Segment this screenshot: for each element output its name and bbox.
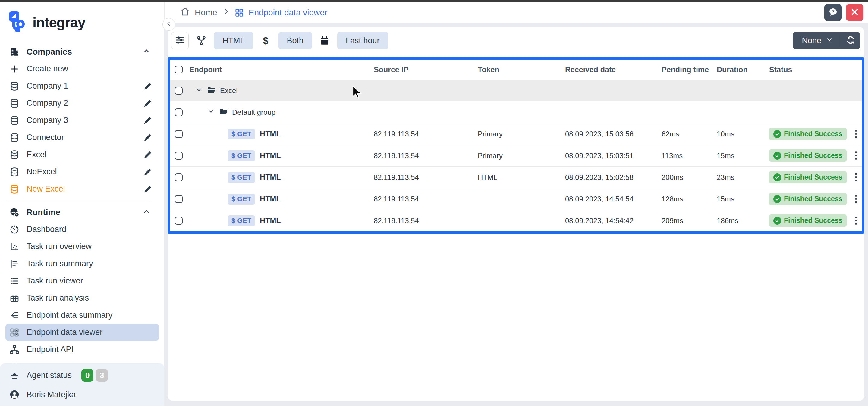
method-badge: $ GET bbox=[228, 194, 255, 204]
sidebar-item-company-3[interactable]: Company 3 bbox=[0, 112, 164, 129]
endpoint-name: HTML bbox=[260, 151, 281, 160]
edit-pencil-icon[interactable] bbox=[143, 99, 152, 108]
pending-time: 200ms bbox=[661, 173, 717, 181]
group-row-excel[interactable]: Excel bbox=[170, 79, 862, 101]
group-name: Default group bbox=[232, 108, 276, 116]
refresh-button[interactable] bbox=[841, 32, 860, 49]
method-badge: $ GET bbox=[228, 215, 255, 226]
home-icon[interactable] bbox=[180, 7, 190, 19]
row-menu-button[interactable] bbox=[850, 216, 862, 225]
branch-filter-icon[interactable] bbox=[195, 36, 207, 46]
edit-pencil-icon[interactable] bbox=[143, 116, 152, 125]
duration: 15ms bbox=[717, 151, 769, 160]
row-checkbox[interactable] bbox=[175, 217, 183, 225]
row-checkbox[interactable] bbox=[175, 130, 183, 138]
table-row[interactable]: $ GET HTML 82.119.113.54 Primary 08.09.2… bbox=[170, 144, 862, 166]
section-runtime[interactable]: Runtime bbox=[0, 204, 164, 221]
col-endpoint[interactable]: Endpoint bbox=[189, 65, 374, 74]
sidebar-item-neexcel[interactable]: NeExcel bbox=[0, 163, 164, 180]
table-row[interactable]: $ GET HTML 82.119.113.54 HTML 08.09.2023… bbox=[170, 166, 862, 188]
direction-filter-chip[interactable]: Both bbox=[278, 32, 312, 49]
col-source-ip[interactable]: Source IP bbox=[374, 65, 478, 74]
dollar-icon[interactable]: $ bbox=[260, 35, 272, 46]
sidebar-item-new-excel[interactable]: New Excel bbox=[0, 180, 164, 198]
chevron-up-icon[interactable] bbox=[143, 207, 150, 217]
sidebar-item-endpoint-data-summary[interactable]: Endpoint data summary bbox=[0, 307, 164, 324]
grid-viewer-icon-blue bbox=[235, 8, 244, 17]
table-row[interactable]: $ GET HTML 82.119.113.54 08.09.2023, 14:… bbox=[170, 188, 862, 210]
row-menu-button[interactable] bbox=[850, 151, 862, 160]
edit-pencil-icon[interactable] bbox=[143, 81, 152, 91]
received-date: 08.09.2023, 15:03:56 bbox=[565, 130, 661, 138]
sidebar-collapse-button[interactable] bbox=[162, 18, 175, 31]
help-button[interactable]: ? bbox=[824, 4, 842, 21]
row-menu-button[interactable] bbox=[850, 130, 862, 138]
plus-icon bbox=[9, 64, 20, 73]
section-companies[interactable]: Companies bbox=[0, 43, 164, 60]
close-button[interactable] bbox=[846, 4, 864, 21]
svg-text:?: ? bbox=[832, 9, 835, 14]
sidebar-item-connector[interactable]: Connector bbox=[0, 129, 164, 146]
select-all-checkbox[interactable] bbox=[175, 66, 183, 73]
sidebar-item-dashboard[interactable]: Dashboard bbox=[0, 221, 164, 238]
sidebar-item-company-2[interactable]: Company 2 bbox=[0, 95, 164, 112]
row-checkbox[interactable] bbox=[175, 173, 183, 181]
edit-pencil-icon[interactable] bbox=[143, 167, 152, 176]
col-token[interactable]: Token bbox=[478, 65, 565, 74]
group-by-controls: None bbox=[793, 32, 860, 49]
breadcrumb-home[interactable]: Home bbox=[195, 8, 217, 18]
chevron-right-icon bbox=[222, 7, 230, 18]
row-checkbox[interactable] bbox=[175, 195, 183, 203]
table-row[interactable]: $ GET HTML 82.119.113.54 Primary 08.09.2… bbox=[170, 123, 862, 144]
row-menu-button[interactable] bbox=[850, 173, 862, 181]
col-pending-time[interactable]: Pending time bbox=[661, 65, 717, 74]
question-bubble-icon: ? bbox=[828, 7, 838, 19]
sidebar-item-task-run-viewer[interactable]: Task run viewer bbox=[0, 272, 164, 290]
chevron-down-icon[interactable] bbox=[207, 108, 215, 117]
merge-lines-icon bbox=[9, 310, 20, 320]
chevron-up-icon[interactable] bbox=[143, 47, 150, 57]
sidebar-item-company-1[interactable]: Company 1 bbox=[0, 77, 164, 95]
chevron-down-icon[interactable] bbox=[195, 86, 203, 95]
col-received-date[interactable]: Received date bbox=[565, 65, 661, 74]
col-status[interactable]: Status bbox=[769, 65, 850, 74]
endpoint-name: HTML bbox=[260, 130, 281, 138]
database-icon bbox=[9, 133, 20, 142]
calendar-icon[interactable] bbox=[318, 36, 331, 46]
agent-status[interactable]: Agent status 0 3 bbox=[0, 365, 164, 385]
sidebar-item-create-new[interactable]: Create new bbox=[0, 60, 164, 77]
gauge-icon bbox=[9, 225, 20, 234]
row-checkbox[interactable] bbox=[175, 87, 183, 95]
status-badge: Finished Success bbox=[769, 193, 846, 205]
source-ip: 82.119.113.54 bbox=[374, 216, 478, 225]
agent-ok-badge: 0 bbox=[82, 369, 93, 382]
endpoint-filter-chip[interactable]: HTML bbox=[214, 32, 253, 49]
group-by-dropdown[interactable]: None bbox=[793, 32, 841, 49]
endpoint-name: HTML bbox=[260, 216, 281, 225]
duration: 186ms bbox=[717, 216, 769, 225]
user-circle-icon bbox=[9, 390, 20, 400]
sidebar-item-task-run-overview[interactable]: Task run overview bbox=[0, 238, 164, 255]
sidebar-item-endpoint-api[interactable]: Endpoint API bbox=[0, 341, 164, 358]
user-menu[interactable]: Boris Matejka bbox=[0, 385, 164, 404]
section-companies-label: Companies bbox=[27, 47, 136, 57]
group-row-default-group[interactable]: Default group bbox=[170, 101, 862, 123]
sidebar-item-endpoint-data-viewer[interactable]: Endpoint data viewer bbox=[5, 324, 159, 341]
database-icon bbox=[9, 81, 20, 91]
row-menu-button[interactable] bbox=[850, 195, 862, 203]
sidebar-item-task-run-summary[interactable]: Task run summary bbox=[0, 255, 164, 272]
edit-pencil-icon[interactable] bbox=[143, 133, 152, 142]
sidebar-item-task-run-analysis[interactable]: Task run analysis bbox=[0, 290, 164, 307]
app-logo[interactable]: integray bbox=[8, 10, 164, 34]
token: Primary bbox=[478, 151, 565, 160]
time-filter-chip[interactable]: Last hour bbox=[337, 32, 388, 49]
edit-pencil-icon[interactable] bbox=[143, 184, 152, 194]
sidebar-item-excel[interactable]: Excel bbox=[0, 146, 164, 163]
row-checkbox[interactable] bbox=[175, 108, 183, 116]
table-row[interactable]: $ GET HTML 82.119.113.54 08.09.2023, 14:… bbox=[170, 210, 862, 231]
row-checkbox[interactable] bbox=[175, 152, 183, 160]
agent-total-badge: 3 bbox=[96, 369, 108, 382]
filter-settings-button[interactable] bbox=[171, 32, 189, 49]
edit-pencil-icon[interactable] bbox=[143, 150, 152, 159]
col-duration[interactable]: Duration bbox=[717, 65, 769, 74]
